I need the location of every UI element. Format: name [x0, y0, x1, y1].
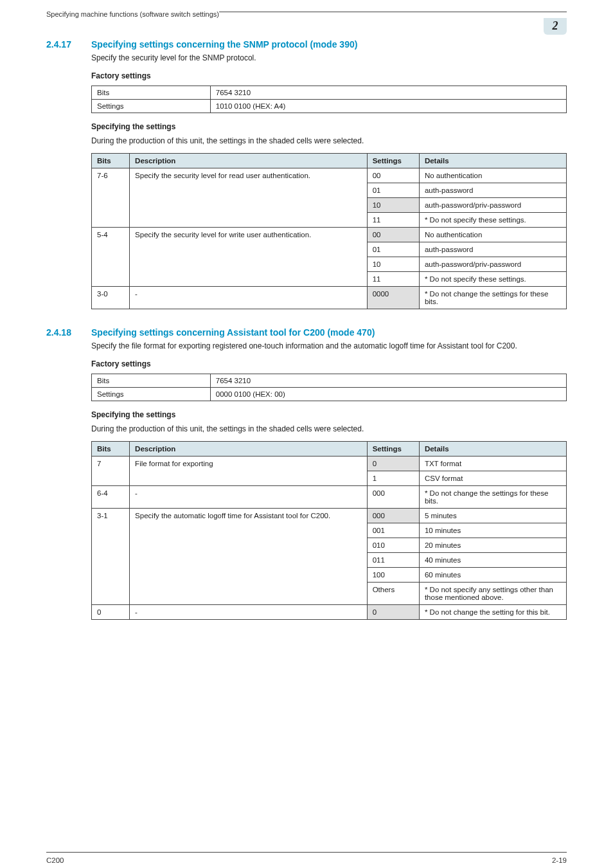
- factory-settings-value: 1010 0100 (HEX: A4): [210, 100, 566, 113]
- col-bits: Bits: [92, 442, 130, 457]
- cell-desc: Specify the security level for read user…: [130, 168, 368, 228]
- cell-settings: 011: [367, 553, 419, 568]
- cell-settings: 000: [367, 486, 419, 509]
- table-row: 6-4 - 000 * Do not change the settings f…: [92, 486, 567, 509]
- table-row: Settings 0000 0100 (HEX: 00): [92, 388, 567, 401]
- cell-settings: 100: [367, 568, 419, 583]
- cell-settings: 1: [367, 471, 419, 486]
- cell-settings: 010: [367, 538, 419, 553]
- table-row: 3-1 Specify the automatic logoff time fo…: [92, 509, 567, 523]
- cell-details: No authentication: [419, 168, 566, 183]
- content-area: 2.4.17 Specifying settings concerning th…: [0, 39, 613, 620]
- col-bits: Bits: [92, 154, 130, 168]
- section-intro: Specify the security level for the SNMP …: [91, 53, 567, 62]
- cell-details: * Do not change the settings for these b…: [419, 287, 566, 309]
- page-footer: C200 2-19: [46, 852, 567, 864]
- table-row: Bits 7654 3210: [92, 86, 567, 100]
- cell-details: CSV format: [419, 471, 566, 486]
- specifying-heading: Specifying the settings: [91, 410, 567, 419]
- cell-settings: 10: [367, 198, 419, 213]
- section-heading-2-4-17: 2.4.17 Specifying settings concerning th…: [46, 39, 567, 50]
- cell-desc: -: [130, 605, 368, 620]
- footer-left: C200: [46, 856, 64, 864]
- cell-details: 5 minutes: [419, 509, 566, 523]
- cell-details: 40 minutes: [419, 553, 566, 568]
- col-details: Details: [419, 154, 566, 168]
- cell-details: * Do not specify these settings.: [419, 213, 566, 228]
- factory-settings-table: Bits 7654 3210 Settings 0000 0100 (HEX: …: [91, 374, 567, 401]
- page: Specifying machine functions (software s…: [0, 12, 613, 868]
- section-title: Specifying settings concerning Assistant…: [91, 327, 375, 338]
- section-intro: Specify the file format for exporting re…: [91, 341, 567, 350]
- table-row: Bits 7654 3210: [92, 374, 567, 388]
- factory-settings-heading: Factory settings: [91, 359, 567, 368]
- cell-settings: 01: [367, 242, 419, 257]
- cell-desc: -: [130, 287, 368, 309]
- cell-settings: 001: [367, 523, 419, 538]
- cell-details: TXT format: [419, 457, 566, 471]
- section-body: Specify the security level for the SNMP …: [91, 53, 567, 309]
- cell-details: * Do not specify any settings other than…: [419, 583, 566, 605]
- cell-details: * Do not specify these settings.: [419, 272, 566, 287]
- section-title: Specifying settings concerning the SNMP …: [91, 39, 357, 50]
- footer-right: 2-19: [552, 856, 567, 864]
- cell-details: 10 minutes: [419, 523, 566, 538]
- cell-bits: 5-4: [92, 228, 130, 287]
- table-header-row: Bits Description Settings Details: [92, 154, 567, 168]
- cell-settings: 10: [367, 257, 419, 272]
- cell-settings: 00: [367, 168, 419, 183]
- section-heading-2-4-18: 2.4.18 Specifying settings concerning As…: [46, 327, 567, 338]
- factory-bits-value: 7654 3210: [210, 374, 566, 388]
- factory-bits-value: 7654 3210: [210, 86, 566, 100]
- factory-bits-label: Bits: [92, 86, 211, 100]
- cell-desc: Specify the automatic logoff time for As…: [130, 509, 368, 605]
- table-row: 0 - 0 * Do not change the setting for th…: [92, 605, 567, 620]
- section-number: 2.4.18: [46, 327, 76, 338]
- cell-settings: Others: [367, 583, 419, 605]
- cell-desc: -: [130, 486, 368, 509]
- cell-settings: 11: [367, 272, 419, 287]
- col-description: Description: [130, 442, 368, 457]
- header-rule: Specifying machine functions (software s…: [46, 12, 567, 21]
- cell-settings: 000: [367, 509, 419, 523]
- cell-bits: 7-6: [92, 168, 130, 228]
- cell-desc: Specify the security level for write use…: [130, 228, 368, 287]
- factory-settings-label: Settings: [92, 388, 211, 401]
- settings-detail-table-390: Bits Description Settings Details 7-6 Sp…: [91, 153, 567, 309]
- factory-settings-value: 0000 0100 (HEX: 00): [210, 388, 566, 401]
- col-details: Details: [419, 442, 566, 457]
- table-row: 3-0 - 0000 * Do not change the settings …: [92, 287, 567, 309]
- cell-bits: 6-4: [92, 486, 130, 509]
- cell-settings: 00: [367, 228, 419, 242]
- cell-details: auth-password: [419, 183, 566, 198]
- factory-settings-label: Settings: [92, 100, 211, 113]
- cell-bits: 0: [92, 605, 130, 620]
- cell-details: No authentication: [419, 228, 566, 242]
- factory-bits-label: Bits: [92, 374, 211, 388]
- chapter-badge: 2: [544, 18, 567, 35]
- specifying-heading: Specifying the settings: [91, 122, 567, 131]
- cell-bits: 7: [92, 457, 130, 486]
- cell-details: 20 minutes: [419, 538, 566, 553]
- cell-details: * Do not change the settings for these b…: [419, 486, 566, 509]
- col-settings: Settings: [367, 442, 419, 457]
- cell-settings: 0: [367, 457, 419, 471]
- cell-settings: 0000: [367, 287, 419, 309]
- settings-detail-table-470: Bits Description Settings Details 7 File…: [91, 441, 567, 620]
- factory-settings-table: Bits 7654 3210 Settings 1010 0100 (HEX: …: [91, 86, 567, 113]
- cell-details: 60 minutes: [419, 568, 566, 583]
- cell-details: * Do not change the setting for this bit…: [419, 605, 566, 620]
- specifying-intro: During the production of this unit, the …: [91, 136, 567, 145]
- cell-details: auth-password/priv-password: [419, 257, 566, 272]
- col-description: Description: [130, 154, 368, 168]
- factory-settings-heading: Factory settings: [91, 71, 567, 80]
- section-body: Specify the file format for exporting re…: [91, 341, 567, 620]
- table-row: Settings 1010 0100 (HEX: A4): [92, 100, 567, 113]
- cell-settings: 11: [367, 213, 419, 228]
- table-header-row: Bits Description Settings Details: [92, 442, 567, 457]
- table-row: 7 File format for exporting 0 TXT format: [92, 457, 567, 471]
- section-number: 2.4.17: [46, 39, 76, 50]
- specifying-intro: During the production of this unit, the …: [91, 424, 567, 433]
- table-row: 5-4 Specify the security level for write…: [92, 228, 567, 242]
- cell-desc: File format for exporting: [130, 457, 368, 486]
